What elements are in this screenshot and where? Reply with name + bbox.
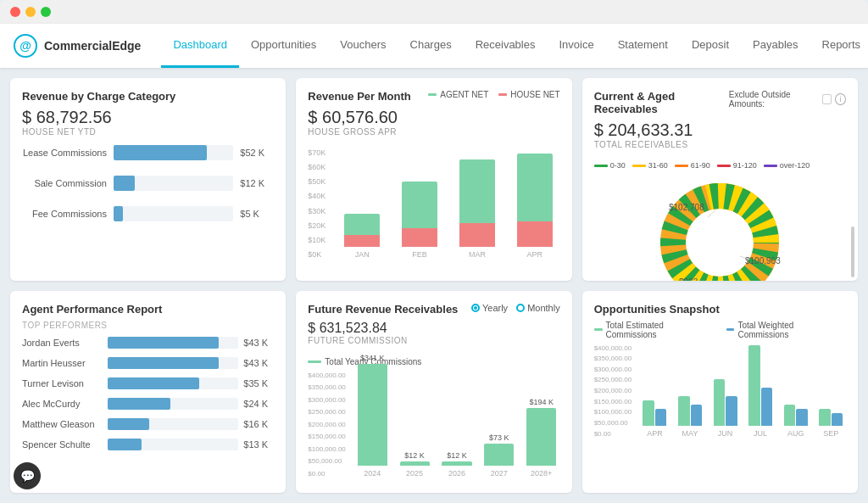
- nav-item-payables[interactable]: Payables: [741, 24, 810, 68]
- svg-line-7: [708, 210, 715, 217]
- agent-name: Matthew Gleason: [22, 419, 103, 429]
- future-bar-value-label: $73 K: [489, 433, 509, 442]
- charge-bar-row: Sale Commission $12 K: [22, 176, 274, 191]
- revenue-by-category-card: Revenue by Charge Category $ 68,792.56 H…: [10, 78, 286, 281]
- future-radio-group: Yearly Monthly: [471, 303, 560, 313]
- recv-exclude-checkbox[interactable]: [822, 94, 832, 104]
- opp-estimated-color: [594, 328, 603, 331]
- rpm-red-bar: [459, 223, 495, 247]
- nav-item-invoice[interactable]: Invoice: [547, 24, 605, 68]
- nav-item-vouchers[interactable]: Vouchers: [328, 24, 398, 68]
- minimize-button[interactable]: [25, 7, 36, 17]
- opp-green-bar: [748, 345, 760, 426]
- recv-legend-61-90: 61-90: [675, 161, 710, 170]
- charge-bar-fill: [114, 206, 123, 221]
- donut-chart: $102,708 $100,963 $963: [635, 175, 804, 281]
- charge-bar-value: $5 K: [240, 209, 274, 219]
- agent-bar-fill: [108, 377, 199, 389]
- agent-bars: Jordan Everts $43 K Martin Heusser $43 K…: [22, 337, 274, 450]
- opp-month-label: MAY: [682, 429, 698, 438]
- future-bar-col: $12 K 2025: [396, 451, 433, 478]
- revenue-per-month-card: Revenue Per Month $ 60,576.60 HOUSE GROS…: [296, 78, 571, 281]
- nav-item-reports[interactable]: Reports: [810, 24, 868, 68]
- window-chrome: [0, 0, 868, 24]
- future-bar-col: $12 K 2026: [438, 451, 476, 478]
- opp-bar-group: APR: [640, 333, 670, 438]
- rpm-red-bar: [517, 221, 553, 247]
- recv-legend-over-120: over-120: [764, 161, 810, 170]
- agent-net-color: [428, 93, 437, 96]
- chat-button[interactable]: 💬: [14, 462, 41, 489]
- charge-bar-row: Fee Commissions $5 K: [22, 206, 274, 221]
- rpm-green-bar: [459, 159, 495, 223]
- rpm-bar-group: MAR: [452, 137, 503, 259]
- recv-subtitle: TOTAL RECEIVABLES: [594, 140, 729, 149]
- opp-bar-group: MAY: [675, 333, 705, 438]
- opp-green-bar: [714, 379, 726, 426]
- nav-item-receivables[interactable]: Receivables: [464, 24, 548, 68]
- agent-name: Martin Heusser: [22, 358, 103, 368]
- revenue-category-title: Revenue by Charge Category: [22, 90, 274, 103]
- agent-row: Turner Levison $35 K: [22, 377, 274, 389]
- agent-bar-track: [108, 357, 238, 369]
- agent-bar-track: [108, 439, 238, 450]
- agent-value: $35 K: [243, 378, 274, 388]
- nav-item-charges[interactable]: Charges: [398, 24, 464, 68]
- opp-month-label: SEP: [823, 429, 838, 438]
- opp-chart: $400,000.00$350,000.00$300,000.00$250,00…: [594, 344, 846, 455]
- future-year-label: 2026: [448, 469, 465, 478]
- nav-item-statement[interactable]: Statement: [606, 24, 680, 68]
- radio-yearly[interactable]: Yearly: [471, 303, 508, 313]
- future-revenue-card: Future Revenue Receivables $ 631,523.84 …: [296, 291, 571, 494]
- rpm-month-label: APR: [526, 250, 542, 259]
- recv-legend-91-120: 91-120: [717, 161, 757, 170]
- rpm-subtitle: HOUSE GROSS APR: [308, 127, 410, 137]
- opportunities-snapshot-card: Opportunities Snapshot Total Estimated C…: [582, 291, 858, 494]
- agent-value: $43 K: [243, 358, 274, 368]
- logo[interactable]: @ CommercialEdge: [14, 34, 141, 58]
- rpm-green-bar: [402, 182, 437, 228]
- agent-bar-fill: [108, 398, 170, 410]
- nav-item-opportunities[interactable]: Opportunities: [239, 24, 328, 68]
- agent-value: $43 K: [243, 338, 274, 348]
- nav-item-dashboard[interactable]: Dashboard: [161, 24, 239, 68]
- future-header: Future Revenue Receivables $ 631,523.84 …: [308, 303, 559, 354]
- charge-bar-value: $52 K: [240, 148, 274, 158]
- agent-performance-card: Agent Performance Report TOP PERFORMERS …: [10, 291, 286, 494]
- agent-bar-track: [108, 398, 238, 410]
- radio-monthly[interactable]: Monthly: [516, 303, 560, 313]
- rpm-bar-group: JAN: [337, 137, 387, 259]
- opp-green-bar: [819, 409, 831, 426]
- revenue-category-amount: $ 68,792.56: [22, 108, 274, 127]
- recv-exclude: Exclude Outside Amounts: i: [729, 90, 846, 109]
- opp-green-bar: [784, 405, 796, 426]
- opp-month-label: JUL: [754, 429, 767, 438]
- future-bar: [400, 461, 430, 466]
- opp-blue-bar: [832, 413, 843, 426]
- recv-exclude-label: Exclude Outside Amounts:: [729, 90, 819, 109]
- charge-bar-label: Fee Commissions: [22, 209, 107, 219]
- opp-bar-group: SEP: [815, 333, 846, 438]
- rpm-chart: $70K$60K$50K$40K$30K$20K$10K$0K JAN FEB: [308, 148, 559, 276]
- rpm-amount: $ 60,576.60: [308, 108, 410, 127]
- opp-bar-group: JUN: [710, 333, 741, 438]
- recv-header: Current & Aged Receivables $ 204,633.31 …: [594, 90, 846, 158]
- logo-text: CommercialEdge: [44, 39, 141, 53]
- recv-info-icon[interactable]: i: [835, 93, 846, 105]
- future-year-label: 2024: [364, 469, 381, 478]
- agent-net-label: AGENT NET: [440, 90, 488, 99]
- agent-bar-fill: [108, 439, 142, 450]
- opp-blue-bar: [761, 388, 773, 426]
- charge-bar-value: $12 K: [240, 178, 274, 188]
- rpm-month-label: JAN: [355, 250, 370, 259]
- charge-bar-label: Sale Commission: [22, 178, 107, 188]
- rpm-red-bar: [402, 228, 437, 247]
- maximize-button[interactable]: [41, 7, 51, 17]
- navigation: @ CommercialEdge Dashboard Opportunities…: [0, 24, 868, 68]
- main-content: Revenue by Charge Category $ 68,792.56 H…: [0, 68, 868, 503]
- future-bar-col: $73 K 2027: [481, 433, 518, 478]
- close-button[interactable]: [10, 7, 20, 17]
- opp-blue-bar: [691, 405, 703, 426]
- nav-item-deposit[interactable]: Deposit: [680, 24, 741, 68]
- future-amount: $ 631,523.84: [308, 321, 458, 336]
